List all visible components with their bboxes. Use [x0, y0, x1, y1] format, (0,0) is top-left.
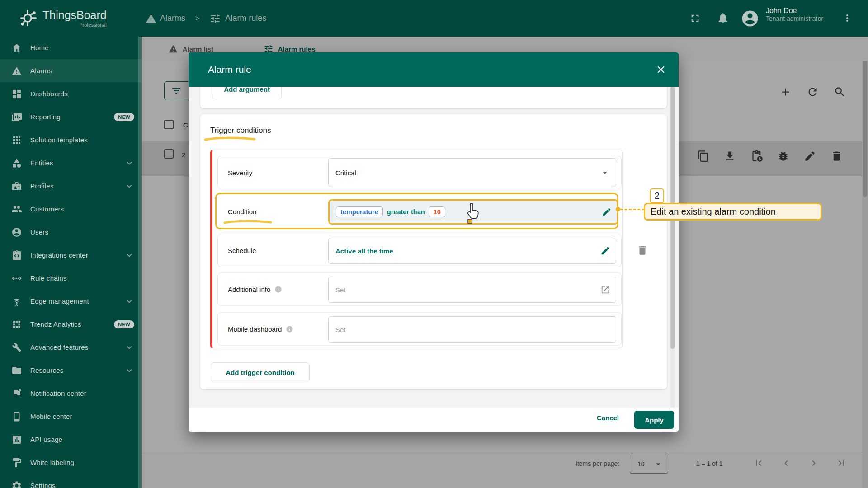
settings-icon — [11, 480, 22, 488]
chevron-down-icon — [124, 181, 134, 191]
sidebar-item-label: API usage — [30, 436, 62, 443]
add-trigger-condition-button[interactable]: Add trigger condition — [211, 362, 310, 382]
sidebar-item-settings[interactable]: Settings — [0, 474, 142, 488]
more-vert-icon[interactable] — [842, 13, 853, 23]
fullscreen-icon[interactable] — [689, 12, 701, 24]
sidebar-item-label: Rule chains — [30, 274, 67, 282]
additional-info-label: Additional info — [228, 286, 270, 293]
sidebar-item-home[interactable]: Home — [0, 36, 142, 59]
notification-center-icon — [11, 388, 22, 399]
sidebar-item-label: Profiles — [30, 182, 54, 190]
sidebar-item-label: Advanced features — [30, 343, 88, 351]
chevron-down-icon — [124, 343, 134, 352]
cancel-button[interactable]: Cancel — [597, 414, 619, 422]
avatar[interactable] — [741, 9, 760, 28]
sidebar-item-rule-chains[interactable]: Rule chains — [0, 267, 142, 290]
sidebar-item-label: Trendz Analytics — [30, 320, 81, 328]
sidebar-item-label: Reporting — [30, 113, 61, 121]
schedule-row: Schedule Active all the time — [217, 234, 622, 267]
chevron-down-icon — [124, 158, 134, 168]
sidebar-item-advanced-features[interactable]: Advanced features — [0, 336, 142, 359]
sidebar-item-mobile-center[interactable]: Mobile center — [0, 405, 142, 428]
sidebar-item-label: Edge management — [30, 297, 89, 305]
breadcrumb-alarms[interactable]: Alarms — [160, 14, 185, 23]
marker-underline — [204, 136, 256, 142]
condition-key-chip: temperature — [336, 206, 383, 217]
white-labeling-icon — [11, 457, 22, 468]
sidebar-item-reporting[interactable]: ReportingNEW — [0, 105, 142, 128]
sidebar-item-label: Dashboards — [30, 90, 68, 98]
sidebar-item-label: Entities — [30, 159, 53, 167]
new-badge: NEW — [114, 113, 134, 121]
sidebar-item-edge-management[interactable]: Edge management — [0, 290, 142, 313]
api-usage-icon — [11, 434, 22, 445]
sidebar-item-white-labeling[interactable]: White labeling — [0, 451, 142, 474]
severity-row: Severity Critical — [217, 156, 622, 189]
cursor-hand-icon — [466, 202, 482, 224]
sidebar: ThingsBoard Professional HomeAlarmsDashb… — [0, 0, 142, 488]
sidebar-item-label: White labeling — [30, 459, 74, 466]
user-name: John Doe — [766, 7, 823, 15]
bell-icon[interactable] — [717, 12, 729, 24]
sidebar-item-label: Mobile center — [30, 413, 72, 420]
severity-value: Critical — [335, 169, 356, 177]
open-in-new-icon[interactable] — [600, 285, 610, 295]
sidebar-item-resources[interactable]: Resources — [0, 359, 142, 382]
sidebar-item-label: Customers — [30, 205, 64, 213]
app-logo[interactable]: ThingsBoard Professional — [0, 0, 142, 36]
sidebar-item-trendz-analytics[interactable]: Trendz AnalyticsNEW — [0, 313, 142, 336]
mobile-center-icon — [11, 411, 22, 422]
edit-condition-icon[interactable] — [602, 207, 612, 217]
sidebar-item-api-usage[interactable]: API usage — [0, 428, 142, 451]
mobile-dashboard-field[interactable]: Set — [328, 316, 616, 343]
edit-schedule-icon[interactable] — [600, 246, 610, 256]
sidebar-item-label: Notification center — [30, 389, 86, 397]
close-icon[interactable] — [655, 64, 667, 75]
schedule-label: Schedule — [228, 247, 256, 254]
sidebar-item-label: Integrations center — [30, 251, 88, 259]
sidebar-item-customers[interactable]: Customers — [0, 197, 142, 221]
annotation-connector-line — [620, 209, 645, 210]
mobile-dashboard-row: Mobile dashboard Set — [217, 312, 622, 346]
annotation-connector-dot — [616, 207, 620, 211]
thingsboard-logo-icon — [18, 8, 39, 28]
delete-condition-block-icon[interactable] — [637, 244, 648, 256]
sidebar-item-integrations-center[interactable]: Integrations center — [0, 244, 142, 267]
warning-icon — [11, 66, 22, 76]
alarm-rule-dialog: Add argument Trigger conditions Severity… — [189, 52, 679, 432]
sidebar-item-dashboards[interactable]: Dashboards — [0, 82, 142, 105]
severity-select[interactable]: Critical — [328, 158, 616, 187]
schedule-value: Active all the time — [335, 247, 393, 255]
apply-button[interactable]: Apply — [634, 411, 674, 429]
users-icon — [11, 227, 22, 238]
trigger-condition-block: Severity Critical Condition tem — [210, 150, 623, 348]
dialog-footer: Cancel Apply — [189, 408, 679, 432]
trendz-icon — [11, 319, 22, 330]
additional-info-placeholder: Set — [335, 286, 346, 294]
sidebar-item-entities[interactable]: Entities — [0, 151, 142, 174]
resources-icon — [11, 365, 22, 376]
annotation-callout: Edit an existing alarm condition — [644, 203, 822, 221]
sidebar-item-solution-templates[interactable]: Solution templates — [0, 128, 142, 151]
schedule-field[interactable]: Active all the time — [328, 238, 616, 264]
user-info[interactable]: John Doe Tenant administrator — [766, 7, 823, 22]
tune-icon — [209, 13, 221, 24]
info-icon — [274, 286, 282, 293]
chevron-down-icon — [124, 296, 134, 306]
additional-info-field[interactable]: Set — [328, 277, 616, 303]
thingsboard-app: Alarms > Alarm rules John Doe Tenant adm… — [0, 0, 868, 488]
condition-value-chip: 10 — [429, 206, 445, 217]
sidebar-item-profiles[interactable]: Profiles — [0, 174, 142, 197]
dialog-header: Alarm rule — [189, 52, 679, 87]
sidebar-scrollbar[interactable] — [138, 37, 142, 488]
sidebar-item-alarms[interactable]: Alarms — [0, 59, 142, 82]
dialog-body: Add argument Trigger conditions Severity… — [189, 52, 679, 408]
sidebar-item-notification-center[interactable]: Notification center — [0, 382, 142, 405]
additional-info-row: Additional info Set — [217, 272, 622, 306]
new-badge: NEW — [114, 320, 134, 328]
breadcrumb-separator: > — [195, 14, 199, 23]
sidebar-nav: HomeAlarmsDashboardsReportingNEWSolution… — [0, 36, 142, 488]
trigger-conditions-card: Trigger conditions Severity Critical — [200, 114, 667, 389]
sidebar-item-users[interactable]: Users — [0, 221, 142, 244]
brand-edition: Professional — [42, 22, 107, 28]
